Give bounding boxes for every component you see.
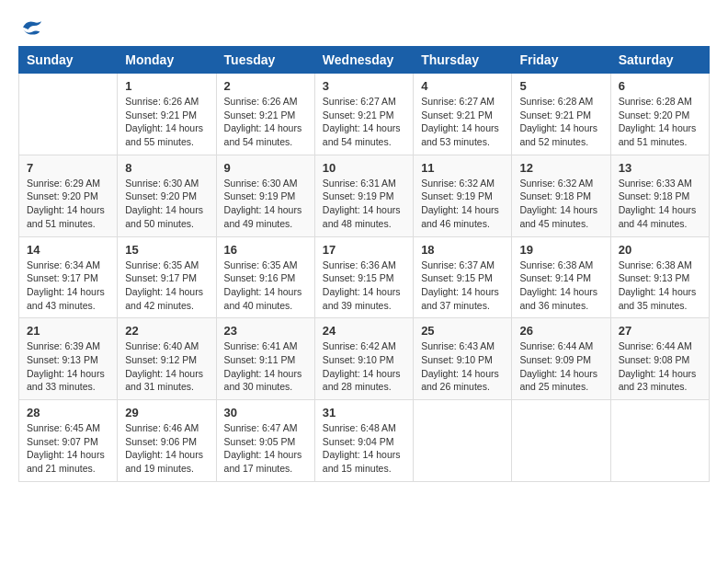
day-number: 16 [224,243,307,257]
day-number: 31 [323,406,405,419]
day-info: Sunrise: 6:35 AM Sunset: 9:16 PM Dayligh… [224,259,307,313]
day-number: 25 [421,324,504,338]
day-info: Sunrise: 6:45 AM Sunset: 9:07 PM Dayligh… [27,421,109,476]
calendar-cell: 29Sunrise: 6:46 AM Sunset: 9:06 PM Dayli… [118,400,216,482]
day-info: Sunrise: 6:26 AM Sunset: 9:21 PM Dayligh… [224,95,307,149]
calendar-cell: 26Sunrise: 6:44 AM Sunset: 9:09 PM Dayli… [512,318,610,400]
day-number: 2 [224,79,307,93]
day-info: Sunrise: 6:36 AM Sunset: 9:15 PM Dayligh… [323,259,405,313]
calendar-cell: 14Sunrise: 6:34 AM Sunset: 9:17 PM Dayli… [19,236,118,318]
week-row: 28Sunrise: 6:45 AM Sunset: 9:07 PM Dayli… [19,400,710,482]
day-number: 26 [519,324,602,338]
day-number: 1 [125,79,208,93]
calendar-cell: 5Sunrise: 6:28 AM Sunset: 9:21 PM Daylig… [512,74,610,155]
calendar-cell: 13Sunrise: 6:33 AM Sunset: 9:18 PM Dayli… [610,155,709,236]
day-number: 6 [619,79,701,93]
day-number: 21 [27,324,109,338]
calendar-cell [512,400,610,482]
header-cell-friday: Friday [512,47,610,74]
day-number: 5 [519,79,602,93]
day-info: Sunrise: 6:27 AM Sunset: 9:21 PM Dayligh… [323,95,405,149]
day-info: Sunrise: 6:32 AM Sunset: 9:19 PM Dayligh… [421,177,504,231]
calendar-cell: 31Sunrise: 6:48 AM Sunset: 9:04 PM Dayli… [314,400,413,482]
calendar-table: SundayMondayTuesdayWednesdayThursdayFrid… [18,46,710,482]
day-number: 19 [519,243,602,257]
calendar-cell: 16Sunrise: 6:35 AM Sunset: 9:16 PM Dayli… [216,236,314,318]
week-row: 14Sunrise: 6:34 AM Sunset: 9:17 PM Dayli… [19,236,710,318]
day-info: Sunrise: 6:43 AM Sunset: 9:10 PM Dayligh… [421,339,504,394]
day-info: Sunrise: 6:32 AM Sunset: 9:18 PM Dayligh… [519,177,602,231]
day-info: Sunrise: 6:37 AM Sunset: 9:15 PM Dayligh… [421,259,504,313]
day-number: 10 [323,161,405,175]
day-info: Sunrise: 6:40 AM Sunset: 9:12 PM Dayligh… [125,339,208,394]
day-number: 3 [323,79,405,93]
day-info: Sunrise: 6:46 AM Sunset: 9:06 PM Dayligh… [125,421,208,476]
day-number: 29 [125,406,208,419]
day-info: Sunrise: 6:28 AM Sunset: 9:21 PM Dayligh… [519,95,602,149]
day-number: 9 [224,161,307,175]
day-info: Sunrise: 6:44 AM Sunset: 9:08 PM Dayligh… [619,339,701,394]
day-number: 17 [323,243,405,257]
calendar-cell: 2Sunrise: 6:26 AM Sunset: 9:21 PM Daylig… [216,74,314,155]
day-number: 7 [27,161,109,175]
calendar-cell: 12Sunrise: 6:32 AM Sunset: 9:18 PM Dayli… [512,155,610,236]
calendar-cell [19,74,118,155]
header-cell-wednesday: Wednesday [314,47,413,74]
day-info: Sunrise: 6:35 AM Sunset: 9:17 PM Dayligh… [125,259,208,313]
day-info: Sunrise: 6:48 AM Sunset: 9:04 PM Dayligh… [323,421,405,476]
calendar-cell [414,400,512,482]
day-info: Sunrise: 6:33 AM Sunset: 9:18 PM Dayligh… [619,177,701,231]
day-number: 15 [125,243,208,257]
calendar-cell: 1Sunrise: 6:26 AM Sunset: 9:21 PM Daylig… [118,74,216,155]
calendar-cell [610,400,709,482]
day-number: 24 [323,324,405,338]
calendar-cell: 17Sunrise: 6:36 AM Sunset: 9:15 PM Dayli… [314,236,413,318]
day-info: Sunrise: 6:44 AM Sunset: 9:09 PM Dayligh… [519,339,602,394]
calendar-cell: 18Sunrise: 6:37 AM Sunset: 9:15 PM Dayli… [414,236,512,318]
day-number: 14 [27,243,109,257]
day-info: Sunrise: 6:29 AM Sunset: 9:20 PM Dayligh… [27,177,109,231]
day-info: Sunrise: 6:38 AM Sunset: 9:14 PM Dayligh… [519,259,602,313]
day-info: Sunrise: 6:38 AM Sunset: 9:13 PM Dayligh… [619,259,701,313]
day-info: Sunrise: 6:26 AM Sunset: 9:21 PM Dayligh… [125,95,208,149]
calendar-cell: 15Sunrise: 6:35 AM Sunset: 9:17 PM Dayli… [118,236,216,318]
day-info: Sunrise: 6:31 AM Sunset: 9:19 PM Dayligh… [323,177,405,231]
week-row: 7Sunrise: 6:29 AM Sunset: 9:20 PM Daylig… [19,155,710,236]
header [18,18,710,37]
calendar-cell: 11Sunrise: 6:32 AM Sunset: 9:19 PM Dayli… [414,155,512,236]
week-row: 21Sunrise: 6:39 AM Sunset: 9:13 PM Dayli… [19,318,710,400]
calendar-cell: 30Sunrise: 6:47 AM Sunset: 9:05 PM Dayli… [216,400,314,482]
day-number: 22 [125,324,208,338]
logo-icon [18,18,46,37]
calendar-cell: 23Sunrise: 6:41 AM Sunset: 9:11 PM Dayli… [216,318,314,400]
calendar-cell: 19Sunrise: 6:38 AM Sunset: 9:14 PM Dayli… [512,236,610,318]
calendar-cell: 7Sunrise: 6:29 AM Sunset: 9:20 PM Daylig… [19,155,118,236]
calendar-cell: 25Sunrise: 6:43 AM Sunset: 9:10 PM Dayli… [414,318,512,400]
day-number: 30 [224,406,307,419]
day-number: 12 [519,161,602,175]
day-info: Sunrise: 6:34 AM Sunset: 9:17 PM Dayligh… [27,259,109,313]
day-info: Sunrise: 6:39 AM Sunset: 9:13 PM Dayligh… [27,339,109,394]
day-number: 11 [421,161,504,175]
calendar-cell: 4Sunrise: 6:27 AM Sunset: 9:21 PM Daylig… [414,74,512,155]
header-cell-thursday: Thursday [414,47,512,74]
calendar-cell: 10Sunrise: 6:31 AM Sunset: 9:19 PM Dayli… [314,155,413,236]
calendar-cell: 9Sunrise: 6:30 AM Sunset: 9:19 PM Daylig… [216,155,314,236]
day-info: Sunrise: 6:47 AM Sunset: 9:05 PM Dayligh… [224,421,307,476]
calendar-cell: 8Sunrise: 6:30 AM Sunset: 9:20 PM Daylig… [118,155,216,236]
day-number: 28 [27,406,109,419]
day-number: 8 [125,161,208,175]
day-number: 20 [619,243,701,257]
day-info: Sunrise: 6:27 AM Sunset: 9:21 PM Dayligh… [421,95,504,149]
header-row: SundayMondayTuesdayWednesdayThursdayFrid… [19,47,710,74]
calendar-cell: 21Sunrise: 6:39 AM Sunset: 9:13 PM Dayli… [19,318,118,400]
calendar-cell: 22Sunrise: 6:40 AM Sunset: 9:12 PM Dayli… [118,318,216,400]
week-row: 1Sunrise: 6:26 AM Sunset: 9:21 PM Daylig… [19,74,710,155]
header-cell-tuesday: Tuesday [216,47,314,74]
day-number: 23 [224,324,307,338]
day-number: 27 [619,324,701,338]
logo [18,18,50,37]
day-info: Sunrise: 6:28 AM Sunset: 9:20 PM Dayligh… [619,95,701,149]
header-cell-sunday: Sunday [19,47,118,74]
header-cell-monday: Monday [118,47,216,74]
